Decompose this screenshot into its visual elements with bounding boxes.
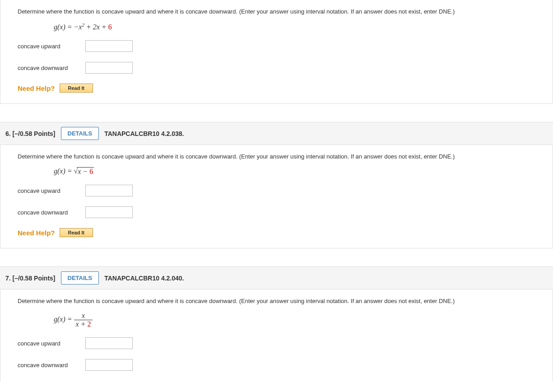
- formula: g(x) = −x2 + 2x + 6: [54, 22, 544, 31]
- points-text: [–/0.58 Points]: [13, 275, 56, 282]
- sqrt: √x − 6: [74, 167, 94, 176]
- need-help-label: Need Help?: [18, 229, 55, 237]
- question-number: 6. [–/0.58 Points]: [5, 130, 56, 137]
- sqrt-body: x − 6: [77, 167, 94, 176]
- label-upward: concave upward: [18, 43, 85, 50]
- answer-row-upward: concave upward: [18, 185, 544, 196]
- label-upward: concave upward: [18, 340, 85, 347]
- formula-text: g(x) =: [54, 316, 74, 323]
- answer-row-upward: concave upward: [18, 337, 544, 349]
- label-downward: concave downward: [18, 209, 85, 216]
- question-source: TANAPCALCBR10 4.2.040.: [104, 275, 184, 282]
- formula-constant: 6: [108, 23, 112, 31]
- answer-row-downward: concave downward: [18, 206, 544, 218]
- input-upward[interactable]: [85, 337, 133, 349]
- question-number: 7. [–/0.58 Points]: [5, 275, 56, 282]
- formula-text: x −: [78, 168, 89, 175]
- need-help-row: Need Help? Read It: [18, 228, 544, 237]
- fraction-denominator: x + 2: [74, 320, 93, 328]
- formula-constant: 6: [89, 168, 93, 175]
- formula-text: g(x) =: [54, 167, 74, 175]
- fraction-numerator: x: [74, 312, 93, 320]
- points-text: [–/0.58 Points]: [13, 130, 56, 137]
- need-help-label: Need Help?: [18, 84, 55, 92]
- label-downward: concave downward: [18, 65, 85, 71]
- question-source: TANAPCALCBR10 4.2.038.: [104, 130, 184, 137]
- question-prompt: Determine where the function is concave …: [18, 153, 544, 160]
- read-it-button[interactable]: Read It: [60, 84, 93, 93]
- question-header: 6. [–/0.58 Points] DETAILS TANAPCALCBR10…: [0, 122, 553, 145]
- question-7: Determine where the function is concave …: [0, 289, 553, 382]
- fraction: xx + 2: [74, 312, 93, 328]
- number-text: 7.: [5, 275, 11, 282]
- details-button[interactable]: DETAILS: [61, 271, 99, 285]
- question-body: Determine where the function is concave …: [0, 289, 553, 382]
- input-upward[interactable]: [85, 40, 133, 52]
- input-downward[interactable]: [85, 206, 133, 218]
- question-header: 7. [–/0.58 Points] DETAILS TANAPCALCBR10…: [0, 266, 553, 289]
- formula: g(x) = √x − 6: [54, 167, 544, 176]
- answer-row-downward: concave downward: [18, 359, 544, 371]
- number-text: 6.: [5, 130, 11, 137]
- question-body: Determine where the function is concave …: [0, 0, 553, 103]
- formula-text: x +: [76, 320, 88, 328]
- label-downward: concave downward: [18, 362, 85, 369]
- question-prompt: Determine where the function is concave …: [18, 298, 544, 304]
- answer-row-upward: concave upward: [18, 40, 544, 52]
- read-it-button[interactable]: Read It: [60, 228, 93, 237]
- formula: g(x) = xx + 2: [54, 312, 544, 328]
- need-help-row: Need Help? Read It: [18, 84, 544, 93]
- question-7-wrap: 7. [–/0.58 Points] DETAILS TANAPCALCBR10…: [0, 266, 553, 382]
- answer-row-downward: concave downward: [18, 62, 544, 74]
- question-6-wrap: 6. [–/0.58 Points] DETAILS TANAPCALCBR10…: [0, 122, 553, 248]
- question-body: Determine where the function is concave …: [0, 145, 553, 248]
- formula-text: g(x) = −x: [54, 23, 82, 31]
- question-5: Determine where the function is concave …: [0, 0, 553, 104]
- question-6: Determine where the function is concave …: [0, 145, 553, 248]
- label-upward: concave upward: [18, 187, 85, 194]
- input-downward[interactable]: [85, 359, 133, 371]
- formula-constant: 2: [87, 320, 91, 328]
- formula-text: + 2x +: [84, 23, 108, 31]
- input-upward[interactable]: [85, 185, 133, 196]
- input-downward[interactable]: [85, 62, 133, 74]
- question-prompt: Determine where the function is concave …: [18, 8, 544, 15]
- details-button[interactable]: DETAILS: [61, 127, 99, 140]
